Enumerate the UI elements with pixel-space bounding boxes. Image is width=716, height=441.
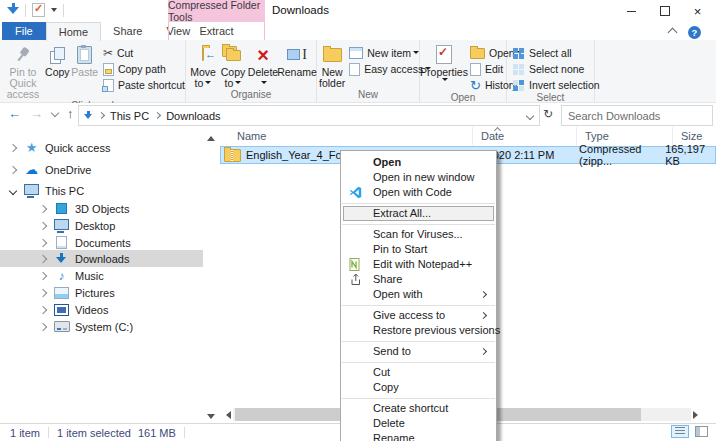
sidebar-scroll-down-arrow[interactable]	[207, 414, 215, 423]
up-button[interactable]: ↑	[67, 106, 74, 121]
scroll-left-arrow[interactable]	[222, 411, 231, 419]
customize-toolbar-chevron-icon[interactable]	[51, 8, 57, 15]
sidebar-item-desktop[interactable]: Desktop	[0, 217, 203, 234]
sidebar-item-documents[interactable]: Documents	[0, 234, 203, 251]
refresh-button[interactable]: ↻	[543, 107, 553, 121]
maximize-button[interactable]	[648, 0, 681, 22]
copy-to-button[interactable]: Copy to	[218, 42, 248, 89]
menu-item-edit-with-notepad[interactable]: Edit with Notepad++	[341, 257, 496, 272]
sidebar-item-pictures[interactable]: Pictures	[0, 284, 203, 301]
sidebar-item-downloads[interactable]: Downloads	[0, 250, 203, 267]
search-input[interactable]	[562, 110, 716, 122]
menu-item-rename[interactable]: Rename	[341, 431, 496, 441]
sidebar-scroll-up-arrow[interactable]	[207, 132, 215, 141]
select-none-button[interactable]: Select none	[513, 62, 600, 76]
invert-selection-button[interactable]: Invert selection	[513, 78, 600, 92]
move-to-button[interactable]: Move to	[188, 42, 218, 89]
chevron-right-icon[interactable]	[9, 165, 17, 173]
menu-item-scan-for-viruses[interactable]: Scan for Viruses...	[341, 227, 496, 242]
breadcrumb-chevron-icon[interactable]	[98, 112, 105, 119]
chevron-right-icon[interactable]	[9, 143, 17, 151]
menu-item-open-with-code[interactable]: Open with Code	[341, 185, 496, 200]
tab-file[interactable]: File	[2, 22, 46, 40]
chevron-right-icon[interactable]	[39, 305, 47, 313]
easy-access-button[interactable]: Easy access	[349, 62, 431, 76]
menu-item-extract-all[interactable]: Extract All...	[343, 206, 494, 221]
search-box[interactable]	[561, 105, 713, 126]
sidebar-item-music[interactable]: ♪ Music	[0, 267, 203, 284]
zip-file-icon	[224, 149, 241, 162]
menu-item-cut[interactable]: Cut	[341, 365, 496, 380]
rename-button[interactable]: I Rename	[278, 42, 316, 89]
menu-separator	[342, 305, 495, 306]
menu-item-open-with[interactable]: Open with	[341, 287, 496, 302]
menu-item-send-to[interactable]: Send to	[341, 344, 496, 359]
menu-item-delete[interactable]: Delete	[341, 416, 496, 431]
properties-button[interactable]: Properties	[422, 42, 466, 92]
menu-item-open-in-new-window[interactable]: Open in new window	[341, 170, 496, 185]
column-header-name[interactable]: Name	[218, 127, 473, 145]
breadcrumb-downloads[interactable]: Downloads	[166, 110, 220, 122]
menu-item-create-shortcut[interactable]: Create shortcut	[341, 401, 496, 416]
close-button[interactable]: ×	[681, 0, 714, 22]
menu-item-pin-to-start[interactable]: Pin to Start	[341, 242, 496, 257]
tab-share[interactable]: Share	[101, 22, 154, 40]
tab-home[interactable]: Home	[46, 22, 101, 41]
help-button[interactable]: ?	[688, 26, 701, 39]
collapse-ribbon-chevron-icon[interactable]	[668, 28, 678, 38]
ribbon-group-new: New folder New item Easy access New	[317, 40, 420, 102]
large-icons-view-button[interactable]	[692, 425, 710, 438]
copy-path-button[interactable]: Copy path	[103, 62, 185, 76]
divider	[184, 427, 185, 438]
menu-item-share[interactable]: Share	[341, 272, 496, 287]
sidebar-item-system-c[interactable]: System (C:)	[0, 318, 203, 335]
onedrive-cloud-icon: ☁	[25, 162, 38, 177]
breadcrumb-chevron-icon[interactable]	[154, 112, 161, 119]
back-button[interactable]: ←	[8, 106, 21, 121]
forward-button[interactable]: →	[30, 106, 43, 121]
chevron-right-icon[interactable]	[39, 288, 47, 296]
recent-locations-chevron-icon[interactable]	[51, 108, 59, 116]
select-all-button[interactable]: Select all	[513, 46, 600, 60]
chevron-right-icon[interactable]	[39, 254, 47, 262]
chevron-right-icon[interactable]	[39, 204, 47, 212]
chevron-right-icon[interactable]	[39, 221, 47, 229]
address-dropdown-chevron-icon[interactable]	[526, 111, 534, 119]
menu-item-open[interactable]: Open	[341, 155, 496, 170]
menu-item-restore-previous-versions[interactable]: Restore previous versions	[341, 323, 496, 338]
cut-button[interactable]: ✂ Cut	[103, 46, 185, 60]
delete-button[interactable]: × Delete	[248, 42, 278, 89]
download-arrow-icon	[56, 253, 67, 265]
divider	[25, 4, 26, 17]
chevron-right-icon[interactable]	[39, 271, 47, 279]
address-bar[interactable]: This PC Downloads	[78, 105, 540, 126]
cube-icon	[56, 203, 67, 214]
new-folder-button[interactable]: New folder	[319, 42, 345, 89]
chevron-right-icon[interactable]	[39, 322, 47, 330]
sidebar-item-videos[interactable]: Videos	[0, 301, 203, 318]
column-header-date[interactable]: Date	[473, 127, 577, 145]
copy-button[interactable]: Copy	[44, 42, 71, 100]
menu-item-give-access-to[interactable]: Give access to	[341, 308, 496, 323]
properties-check-icon[interactable]	[32, 3, 45, 17]
scroll-right-arrow[interactable]	[693, 411, 702, 419]
new-item-button[interactable]: New item	[349, 46, 431, 60]
chevron-down-icon[interactable]	[9, 186, 17, 194]
sidebar-item-3d-objects[interactable]: 3D Objects	[0, 200, 203, 217]
chevron-right-icon[interactable]	[39, 238, 47, 246]
quick-access-toolbar	[7, 3, 64, 17]
sidebar-item-quick-access[interactable]: ★ Quick access	[0, 139, 203, 156]
minimize-button[interactable]	[615, 0, 648, 22]
menu-item-copy[interactable]: Copy	[341, 380, 496, 395]
breadcrumb-this-pc[interactable]: This PC	[110, 110, 149, 122]
paste-button[interactable]: Paste	[71, 42, 99, 100]
details-view-button[interactable]	[671, 425, 689, 438]
pin-to-quick-access-button[interactable]: Pin to Quick access	[2, 42, 44, 100]
context-menu: Open Open in new window Open with Code E…	[340, 150, 497, 441]
sidebar-item-this-pc[interactable]: This PC	[0, 182, 203, 199]
monitor-icon	[24, 184, 39, 195]
tab-extract[interactable]: Extract	[168, 22, 265, 40]
sidebar-item-onedrive[interactable]: ☁ OneDrive	[0, 161, 203, 178]
paste-shortcut-button[interactable]: Paste shortcut	[103, 78, 185, 92]
history-icon: ↻	[470, 79, 481, 92]
